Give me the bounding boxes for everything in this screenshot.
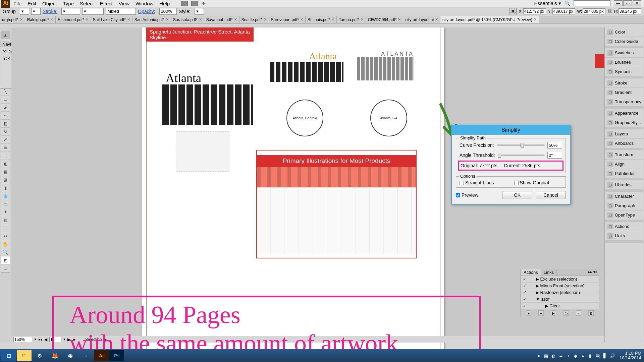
paintbrush-tool[interactable]: 🖌	[1, 104, 10, 112]
panel-pathfinder[interactable]: ▢Pathfinder	[605, 169, 643, 178]
symbol-sprayer-tool[interactable]: ✦	[1, 208, 10, 216]
close-icon[interactable]: ✕	[331, 17, 334, 22]
eraser-tool[interactable]: ◧	[1, 120, 10, 128]
blend-tool[interactable]: ⬭	[1, 200, 10, 208]
angle-threshold-input[interactable]	[547, 152, 562, 159]
w-input[interactable]	[583, 8, 605, 14]
panel-brushes[interactable]: ▢Brushes	[605, 58, 643, 67]
new-action-icon[interactable]: ▫	[576, 310, 581, 316]
panel-color-guide[interactable]: ▢Color Guide	[605, 37, 643, 46]
show-original-checkbox[interactable]: Show Original	[514, 180, 549, 185]
delete-icon[interactable]: 🗑	[588, 310, 594, 316]
y-input[interactable]	[552, 8, 575, 14]
action-row[interactable]: ✓▶ Minus Front (selection)	[521, 283, 599, 289]
network-icon[interactable]: ▋	[602, 353, 608, 359]
search-input[interactable]	[574, 0, 610, 6]
action-row[interactable]: ✓▶ Exclude (selection)	[521, 276, 599, 283]
preview-checkbox[interactable]: Preview	[456, 192, 478, 198]
panel-layers[interactable]: ▢Layers	[605, 129, 643, 139]
action-row[interactable]: ✓▶ Clear	[521, 303, 599, 309]
tray-icon[interactable]: ▦	[543, 353, 549, 359]
tray-icon[interactable]: ▮	[587, 353, 593, 359]
close-icon[interactable]: ✕	[234, 17, 237, 22]
panel-actions[interactable]: ▢Actions	[605, 222, 643, 231]
tray-icon[interactable]: ●	[536, 353, 542, 359]
ok-button[interactable]: OK	[502, 191, 532, 199]
action-row[interactable]: ✓▼ asdf	[521, 296, 599, 303]
system-clock[interactable]: 1:18 PM 10/14/2014	[620, 351, 641, 360]
photoshop-taskbar-icon[interactable]: Ps	[109, 350, 124, 361]
menu-help[interactable]: Help	[159, 1, 170, 6]
hand-tool[interactable]: ✋	[1, 240, 10, 248]
action-row[interactable]: ✓▶ Rasterize (selection)	[521, 289, 599, 296]
close-icon[interactable]: ✕	[435, 17, 438, 22]
panel-align[interactable]: ▢Align	[605, 160, 643, 169]
constrain-icon[interactable]: ⛓	[607, 9, 612, 14]
file-explorer-icon[interactable]: 🗀	[17, 350, 32, 361]
selection-tool[interactable]: ▲	[1, 31, 10, 39]
x-input[interactable]	[523, 8, 546, 14]
close-icon[interactable]: ✕	[20, 17, 23, 22]
curve-precision-input[interactable]	[547, 142, 562, 148]
menu-effect[interactable]: Effect	[100, 1, 113, 6]
menu-edit[interactable]: Edit	[28, 1, 36, 6]
close-icon[interactable]: ✕	[166, 17, 169, 22]
tray-icon[interactable]: ◆	[573, 353, 579, 359]
document-tab[interactable]: San Antonio.pdf*✕	[132, 16, 171, 23]
panel-paragraph[interactable]: ▢Paragraph	[605, 201, 643, 210]
publish-icon[interactable]: ✈	[201, 0, 206, 7]
document-tab[interactable]: urgh.pdf*✕	[0, 16, 25, 23]
reference-point-icon[interactable]	[509, 8, 517, 15]
artboard-tool[interactable]: ▢	[1, 224, 10, 232]
tray-icon[interactable]: ♪	[565, 353, 571, 359]
actions-panel[interactable]: Actions Links ▸▸ ▾≡ ✓▶ Exclude (selectio…	[521, 269, 599, 317]
h-input[interactable]	[619, 8, 641, 14]
close-icon[interactable]: ✕	[127, 17, 130, 22]
document-tab[interactable]: Tampa.pdf*✕	[337, 16, 366, 23]
panel-opentype[interactable]: ▢OpenType	[605, 210, 643, 220]
document-tab[interactable]: St. louis.pdf*✕	[306, 16, 337, 23]
close-icon[interactable]: ✕	[534, 17, 537, 22]
volume-icon[interactable]: 🔊	[609, 353, 615, 359]
opacity-input[interactable]: 100%	[159, 8, 177, 15]
panel-transparency[interactable]: ▢Transparency	[605, 97, 643, 107]
document-tab[interactable]: Sarasota.pdf*✕	[171, 16, 204, 23]
new-set-icon[interactable]: 🗀	[564, 310, 569, 316]
panel-libraries[interactable]: ▢Libraries	[605, 180, 643, 190]
menu-type[interactable]: Type	[63, 1, 74, 6]
close-icon[interactable]: ✕	[398, 17, 401, 22]
mesh-tool[interactable]: ▨	[1, 176, 10, 184]
actions-tab[interactable]: Actions	[521, 269, 541, 276]
slice-tool[interactable]: ✂	[1, 232, 10, 240]
tray-icon[interactable]: ▲	[580, 353, 586, 359]
panel-color[interactable]: ▢Color	[605, 27, 643, 37]
close-icon[interactable]: ✕	[361, 17, 364, 22]
bridge-icon[interactable]	[181, 1, 188, 6]
pencil-tool[interactable]: ✏	[1, 112, 10, 120]
document-tab[interactable]: Salt Lake City.pdf*✕	[91, 16, 132, 23]
free-transform-tool[interactable]: ⬚	[1, 152, 10, 160]
tray-icon[interactable]: ◐	[550, 353, 556, 359]
chrome-icon[interactable]: ◉	[63, 350, 78, 361]
close-icon[interactable]: ✕	[86, 17, 89, 22]
rotate-tool[interactable]: ↻	[1, 128, 10, 136]
nav-first-icon[interactable]: ⏮	[38, 337, 42, 342]
shape-builder-tool[interactable]: ◐	[1, 160, 10, 168]
firefox-icon[interactable]: 🦊	[48, 350, 62, 361]
graph-tool[interactable]: ▥	[1, 216, 10, 224]
record-icon[interactable]: ●	[538, 310, 544, 316]
zoom-input[interactable]	[13, 337, 32, 342]
menu-object[interactable]: Object	[42, 1, 57, 6]
panel-transform[interactable]: ▢Transform	[605, 150, 643, 160]
maximize-button[interactable]: ▭	[623, 0, 632, 6]
scale-tool[interactable]: ⤢	[1, 136, 10, 144]
taskbar-app-1[interactable]: ⚙	[32, 350, 47, 361]
menu-view[interactable]: View	[119, 1, 129, 6]
straight-lines-checkbox[interactable]: Straight Lines	[460, 180, 494, 185]
perspective-tool[interactable]: ▦	[1, 168, 10, 176]
gradient-tool[interactable]: ▮	[1, 184, 10, 192]
document-tab[interactable]: city-art-layout.ai✕	[403, 16, 440, 23]
close-icon[interactable]: ✕	[300, 17, 303, 22]
minimize-button[interactable]: —	[614, 0, 623, 6]
document-tab[interactable]: Raleigh.pdf*✕	[25, 16, 56, 23]
